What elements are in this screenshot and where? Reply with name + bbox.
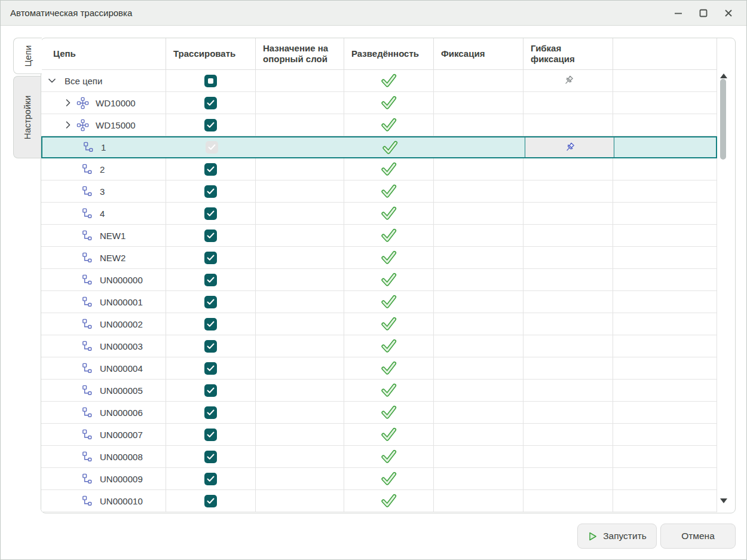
- ref-layer-cell[interactable]: [256, 203, 344, 224]
- route-checkbox-cell[interactable]: [166, 335, 256, 357]
- column-header-net[interactable]: Цепь: [41, 38, 166, 70]
- table-row[interactable]: UN000000: [41, 269, 717, 291]
- flex-fixation-cell[interactable]: [523, 402, 613, 423]
- route-checkbox-cell[interactable]: [166, 114, 256, 136]
- table-row[interactable]: UN000006: [41, 402, 717, 424]
- table-row[interactable]: WD15000: [41, 114, 717, 136]
- net-name-cell[interactable]: WD15000: [41, 114, 166, 136]
- table-row[interactable]: UN000010: [41, 490, 717, 512]
- route-checkbox[interactable]: [204, 274, 217, 286]
- column-header-route[interactable]: Трассировать: [166, 38, 256, 70]
- table-row[interactable]: NEW1: [41, 225, 717, 247]
- net-name-cell[interactable]: 4: [41, 203, 166, 224]
- fixation-cell[interactable]: [434, 114, 523, 136]
- table-row[interactable]: UN000005: [41, 380, 717, 402]
- net-name-cell[interactable]: UN000009: [41, 468, 166, 489]
- column-header-routed[interactable]: Разведённость: [344, 38, 434, 70]
- table-row[interactable]: NEW2: [41, 247, 717, 269]
- route-checkbox[interactable]: [204, 384, 217, 397]
- net-name-cell[interactable]: UN000004: [41, 357, 166, 379]
- route-checkbox[interactable]: [204, 296, 217, 308]
- column-header-fixation[interactable]: Фиксация: [434, 38, 523, 70]
- scrollbar-thumb[interactable]: [720, 79, 726, 160]
- fixation-cell[interactable]: [434, 380, 523, 401]
- route-checkbox-cell[interactable]: [166, 269, 256, 290]
- title-bar[interactable]: Автоматическая трассировка: [1, 1, 746, 26]
- flex-fixation-cell[interactable]: [525, 137, 614, 157]
- fixation-cell[interactable]: [434, 335, 523, 357]
- route-checkbox[interactable]: [204, 97, 217, 109]
- flex-fixation-cell[interactable]: [523, 313, 613, 335]
- tab-nets[interactable]: Цепи: [13, 38, 42, 74]
- net-name-cell[interactable]: Все цепи: [41, 70, 166, 91]
- route-checkbox-cell[interactable]: [166, 291, 256, 313]
- cancel-button[interactable]: Отмена: [660, 524, 736, 549]
- fixation-cell[interactable]: [434, 402, 523, 423]
- route-checkbox-cell[interactable]: [166, 468, 256, 489]
- route-checkbox[interactable]: [206, 141, 218, 154]
- route-checkbox[interactable]: [204, 229, 217, 242]
- route-checkbox-cell[interactable]: [166, 92, 256, 114]
- table-row[interactable]: UN000002: [41, 313, 717, 335]
- fixation-cell[interactable]: [434, 180, 523, 202]
- expander[interactable]: [63, 98, 73, 108]
- route-checkbox[interactable]: [204, 185, 217, 198]
- net-name-cell[interactable]: UN000002: [41, 313, 166, 335]
- flex-fixation-cell[interactable]: [523, 335, 613, 357]
- fixation-cell[interactable]: [434, 247, 523, 268]
- route-checkbox[interactable]: [204, 119, 217, 131]
- scroll-up-icon[interactable]: [720, 74, 727, 78]
- flex-fixation-cell[interactable]: [523, 92, 613, 114]
- route-checkbox-cell[interactable]: [166, 446, 256, 467]
- route-checkbox[interactable]: [204, 473, 217, 485]
- fixation-cell[interactable]: [434, 424, 523, 445]
- net-name-cell[interactable]: 3: [41, 180, 166, 202]
- fixation-cell[interactable]: [434, 357, 523, 379]
- route-checkbox[interactable]: [204, 318, 217, 331]
- fixation-cell[interactable]: [434, 269, 523, 290]
- ref-layer-cell[interactable]: [256, 357, 344, 379]
- minimize-button[interactable]: [670, 5, 687, 22]
- route-checkbox-cell[interactable]: [166, 380, 256, 401]
- flex-fixation-cell[interactable]: [523, 291, 613, 313]
- ref-layer-cell[interactable]: [256, 424, 344, 445]
- flex-fixation-cell[interactable]: [523, 203, 613, 224]
- column-header-extra[interactable]: [613, 38, 717, 70]
- net-name-cell[interactable]: 2: [41, 158, 166, 180]
- route-checkbox[interactable]: [204, 163, 217, 176]
- net-name-cell[interactable]: UN000006: [41, 402, 166, 423]
- route-checkbox-cell[interactable]: [166, 225, 256, 246]
- flex-fixation-cell[interactable]: [523, 247, 613, 268]
- flex-fixation-cell[interactable]: [523, 70, 613, 91]
- ref-layer-cell[interactable]: [257, 137, 345, 157]
- fixation-cell[interactable]: [434, 70, 523, 91]
- route-checkbox[interactable]: [204, 362, 217, 375]
- flex-fixation-cell[interactable]: [523, 424, 613, 445]
- table-row[interactable]: UN000003: [41, 335, 717, 357]
- chevron-down-icon[interactable]: [47, 76, 57, 85]
- fixation-cell[interactable]: [434, 313, 523, 335]
- flex-fixation-cell[interactable]: [523, 357, 613, 379]
- table-row[interactable]: UN000007: [41, 424, 717, 446]
- table-row[interactable]: WD10000: [41, 92, 717, 114]
- table-row[interactable]: UN000004: [41, 357, 717, 380]
- net-name-cell[interactable]: UN000005: [41, 380, 166, 401]
- net-name-cell[interactable]: 1: [42, 137, 167, 157]
- run-button[interactable]: Запустить: [577, 524, 657, 549]
- route-checkbox[interactable]: [204, 429, 217, 441]
- flex-fixation-cell[interactable]: [523, 468, 613, 489]
- ref-layer-cell[interactable]: [256, 335, 344, 357]
- ref-layer-cell[interactable]: [256, 247, 344, 268]
- net-name-cell[interactable]: UN000000: [41, 269, 166, 290]
- column-header-flex-fixation[interactable]: Гибкая фиксация: [523, 38, 613, 70]
- route-checkbox[interactable]: [204, 340, 217, 353]
- scroll-down-icon[interactable]: [720, 498, 727, 503]
- net-name-cell[interactable]: UN000007: [41, 424, 166, 445]
- net-name-cell[interactable]: UN000008: [41, 446, 166, 467]
- route-checkbox-cell[interactable]: [166, 490, 256, 512]
- chevron-right-icon[interactable]: [63, 120, 73, 130]
- ref-layer-cell[interactable]: [256, 490, 344, 512]
- flex-fixation-cell[interactable]: [523, 380, 613, 401]
- route-checkbox[interactable]: [204, 252, 217, 264]
- expander[interactable]: [47, 76, 57, 85]
